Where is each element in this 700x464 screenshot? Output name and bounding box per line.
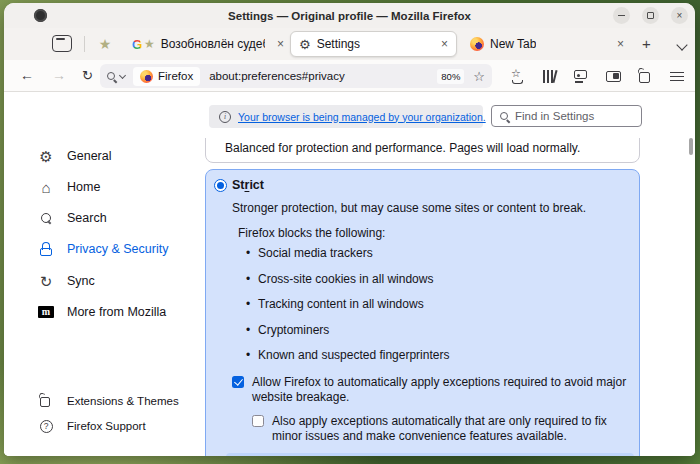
maximize-button[interactable] — [642, 7, 659, 24]
url-text: about:preferences#privacy — [209, 70, 345, 82]
list-item: Cross-site cookies in all windows — [246, 273, 631, 285]
sidebar-item-search[interactable]: Search — [38, 208, 107, 228]
devices-base-icon — [575, 81, 583, 83]
lock-icon — [38, 242, 54, 256]
major-exceptions-row: Allow Firefox to automatically apply exc… — [232, 375, 631, 405]
help-icon: ? — [38, 420, 54, 433]
settings-page: ⚙ General ⌂ Home Search Privacy & Securi… — [4, 93, 695, 456]
gear-icon: ⚙ — [299, 37, 311, 52]
list-item: Known and suspected fingerprinters — [246, 349, 631, 361]
devices-dot-icon — [577, 74, 580, 77]
sidebar-item-label: Search — [67, 211, 107, 225]
identity-label: Firefox — [158, 70, 193, 82]
scrollbar[interactable] — [689, 138, 693, 155]
toolbar-icons: ☆ — [510, 60, 685, 92]
zoom-level-badge[interactable]: 80% — [437, 69, 464, 84]
firefox-logo-icon — [140, 70, 153, 83]
sidebar-item-extensions-themes[interactable]: Extensions & Themes — [38, 391, 179, 411]
forward-button[interactable]: → — [52, 67, 66, 84]
tab-close-icon[interactable]: × — [441, 37, 448, 51]
library-icon — [543, 70, 545, 83]
sidebar-item-label: Privacy & Security — [67, 242, 168, 256]
find-in-settings-input[interactable]: Find in Settings — [491, 105, 642, 127]
checkbox-label[interactable]: Allow Firefox to automatically apply exc… — [252, 375, 627, 405]
sidebar-item-general[interactable]: ⚙ General — [38, 146, 111, 166]
library-icon — [552, 70, 557, 83]
minimize-button[interactable] — [613, 7, 630, 24]
checkbox-label[interactable]: Also apply exceptions automatically that… — [272, 414, 631, 444]
library-icon — [547, 70, 549, 83]
list-item: Tracking content in all windows — [246, 298, 631, 310]
tab-new-tab[interactable]: New Tab × — [462, 31, 632, 57]
bookmark-star-icon[interactable]: ☆ — [473, 69, 485, 84]
sidebar-item-privacy-security[interactable]: Privacy & Security — [38, 239, 168, 259]
synced-tabs-button[interactable] — [574, 69, 589, 84]
sidebar-item-firefox-support[interactable]: ? Firefox Support — [38, 416, 146, 436]
sidebar-icon — [606, 71, 621, 82]
home-icon: ⌂ — [38, 180, 54, 195]
extension-icon — [38, 394, 54, 408]
sidebar-toggle-button[interactable] — [606, 69, 621, 84]
info-icon: i — [219, 111, 231, 123]
bookmarks-star-icon: ☆ — [511, 67, 521, 80]
tab-bar: ★ G ★ Возобновлён судебный пр × ⚙ Settin… — [4, 28, 695, 60]
tab-russian-article[interactable]: ★ Возобновлён судебный пр × — [136, 31, 292, 57]
sidebar-item-label: Home — [67, 180, 100, 194]
library-button[interactable] — [542, 69, 557, 84]
sidebar-item-home[interactable]: ⌂ Home — [38, 177, 100, 197]
firefox-view-icon — [56, 38, 65, 40]
url-bar[interactable]: Firefox about:preferences#privacy 80% ☆ — [100, 64, 492, 88]
strict-option-card: Strict Stronger protection, but may caus… — [205, 169, 640, 456]
reload-button[interactable]: ↻ — [82, 68, 93, 84]
maximize-icon — [647, 12, 654, 19]
sidebar-item-label: General — [67, 149, 111, 163]
sync-icon: ↻ — [38, 274, 54, 289]
hamburger-icon — [670, 80, 684, 82]
star-favicon-icon: ★ — [99, 36, 112, 52]
extensions-button[interactable] — [638, 69, 653, 84]
gear-icon: ⚙ — [38, 149, 54, 164]
new-tab-button[interactable]: + — [642, 35, 651, 52]
standard-option-card[interactable]: Balanced for protection and performance.… — [205, 138, 640, 163]
menu-button[interactable] — [670, 69, 685, 84]
firefox-window: Settings — Original profile — Mozilla Fi… — [4, 3, 695, 456]
close-icon: × — [677, 11, 683, 21]
chevron-down-icon[interactable] — [119, 71, 126, 78]
strict-radio[interactable] — [214, 179, 227, 192]
sidebar-item-more-from-mozilla[interactable]: m More from Mozilla — [38, 302, 166, 322]
radio-dot-icon — [217, 182, 224, 189]
tab-separator — [84, 36, 85, 52]
close-button[interactable]: × — [671, 7, 688, 24]
tab-close-icon[interactable]: × — [277, 37, 284, 51]
tab-settings[interactable]: ⚙ Settings × — [290, 31, 457, 57]
list-item: Social media trackers — [246, 247, 631, 259]
strict-description: Stronger protection, but may cause some … — [232, 201, 631, 215]
minimize-icon — [618, 15, 625, 17]
major-exceptions-checkbox[interactable] — [232, 376, 244, 388]
list-all-tabs-chevron-icon[interactable] — [676, 39, 687, 50]
settings-main-pane: i Your browser is being managed by your … — [200, 93, 695, 456]
devices-icon — [574, 70, 587, 79]
tab-title: Возобновлён судебный пр — [161, 37, 265, 51]
tab-close-icon[interactable]: × — [617, 37, 624, 51]
minor-exceptions-row: Also apply exceptions automatically that… — [252, 414, 631, 444]
sidebar-item-label: Firefox Support — [67, 420, 146, 432]
window-controls: × — [613, 7, 688, 24]
search-icon — [107, 72, 115, 80]
window-title: Settings — Original profile — Mozilla Fi… — [228, 10, 471, 22]
firefox-view-button[interactable] — [52, 35, 72, 52]
bookmarks-menu-button[interactable]: ☆ — [510, 69, 525, 84]
bookmarks-tray-icon — [512, 80, 523, 84]
back-button[interactable]: ← — [20, 67, 34, 84]
identity-chip[interactable]: Firefox — [133, 67, 200, 86]
managed-by-organization-link[interactable]: Your browser is being managed by your or… — [238, 111, 486, 123]
sidebar-item-sync[interactable]: ↻ Sync — [38, 271, 95, 291]
minor-exceptions-checkbox[interactable] — [252, 415, 264, 427]
star-favicon-icon: ★ — [144, 37, 155, 51]
pinned-tab-bookmark[interactable]: ★ — [90, 28, 120, 60]
reload-tabs-notice: i You will need to reload your tabs to a… — [226, 453, 634, 457]
titlebar[interactable]: Settings — Original profile — Mozilla Fi… — [4, 3, 695, 28]
tab-title: Settings — [317, 37, 360, 51]
sidebar-item-label: Sync — [67, 274, 95, 288]
strict-label[interactable]: Strict — [232, 178, 631, 192]
